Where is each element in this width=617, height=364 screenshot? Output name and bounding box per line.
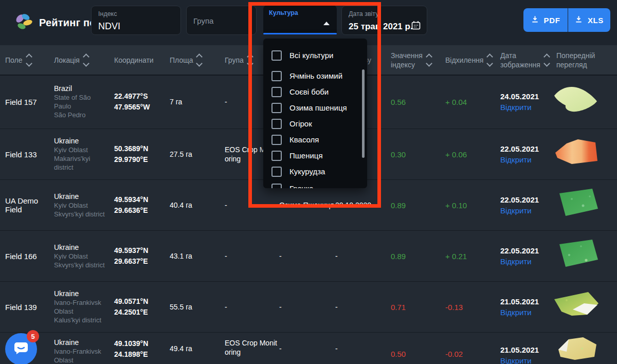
- field-group: -: [225, 251, 279, 261]
- field-coordinates: 49.5937°N29.6637°E: [114, 245, 166, 267]
- table-row: Field 166 Ukraine Kyiv Oblast Skvyrs'kyi…: [0, 230, 617, 282]
- culture-filter-select[interactable]: Культура: [263, 5, 337, 34]
- field-name: Field 166: [5, 251, 52, 260]
- dropdown-item[interactable]: Озима пшениця: [263, 100, 367, 116]
- field-group: EOS Crop Monitoring: [225, 338, 279, 357]
- dropdown-item[interactable]: Гречка: [263, 180, 367, 188]
- open-link[interactable]: Відкрити: [500, 307, 552, 318]
- collapse-arrow-icon: [323, 22, 330, 25]
- open-link[interactable]: Відкрити: [500, 102, 552, 113]
- sort-icon: [84, 54, 88, 66]
- sort-icon: [27, 54, 31, 66]
- field-group: -: [225, 201, 279, 210]
- column-header-preview: Попередній перегляд: [556, 51, 595, 69]
- field-preview-map: [551, 186, 600, 224]
- image-date: 24.05.2021: [500, 91, 552, 102]
- app-logo-icon: [14, 12, 33, 33]
- report-date-filter[interactable]: Дата звіту 25 трав 2021 р.: [341, 6, 427, 35]
- field-location: Ukraine Kyiv Oblast Skvyrs'kyi district: [54, 192, 110, 218]
- open-link[interactable]: Відкрити: [500, 355, 552, 364]
- dropdown-item[interactable]: Пшениця: [263, 148, 367, 163]
- checkbox-icon[interactable]: [271, 167, 282, 177]
- field-coordinates: 49.0571°N24.2501°E: [114, 296, 166, 318]
- field-area: 40.4 га: [170, 201, 211, 209]
- export-pdf-button[interactable]: PDF: [523, 8, 568, 32]
- deviation-value: + 0.21: [445, 251, 489, 260]
- scrollbar-thumb[interactable]: [362, 69, 365, 158]
- column-label: Координати: [114, 56, 154, 64]
- field-culture: Озима Пшениця: [279, 201, 336, 209]
- image-date-cell: 21.05.2021 Відкрити: [500, 296, 552, 318]
- checkbox-icon[interactable]: [271, 119, 282, 129]
- index-filter[interactable]: Індекс NDVI: [91, 6, 181, 35]
- dropdown-item[interactable]: Квасоля: [263, 132, 367, 148]
- checkbox-icon[interactable]: [271, 135, 282, 145]
- field-area: 49.4 га: [170, 344, 211, 353]
- checkbox-icon[interactable]: [271, 50, 282, 61]
- chat-widget-button[interactable]: 5: [5, 333, 37, 364]
- column-header-deviation[interactable]: Відхилення: [445, 54, 492, 66]
- field-culture: -: [279, 252, 336, 260]
- dropdown-item[interactable]: Соєві боби: [263, 84, 367, 100]
- report-date-value: 25 трав 2021 р.: [349, 22, 413, 32]
- focus-underline: [263, 33, 337, 34]
- field-preview-map: [551, 336, 600, 364]
- field-name: Field 157: [5, 97, 52, 106]
- column-header-field[interactable]: Поле: [5, 54, 31, 66]
- column-header-location[interactable]: Локація: [54, 54, 88, 66]
- column-header-group[interactable]: Група: [225, 54, 252, 66]
- column-header-index-value[interactable]: Значення індексу: [391, 51, 431, 69]
- column-header-area[interactable]: Площа: [170, 54, 202, 66]
- column-label: Локація: [54, 56, 80, 64]
- field-name: Field 139: [5, 302, 52, 311]
- checkbox-icon[interactable]: [271, 103, 282, 113]
- download-icon: [575, 15, 583, 25]
- column-label: Поле: [5, 56, 23, 64]
- image-date: 21.05.2021: [500, 344, 552, 355]
- dropdown-item[interactable]: Кукурудза: [263, 163, 367, 179]
- column-label: Площа: [170, 56, 193, 64]
- checkbox-icon[interactable]: [271, 87, 282, 97]
- open-link[interactable]: Відкрити: [500, 256, 552, 267]
- dropdown-item[interactable]: Огірок: [263, 116, 367, 132]
- dropdown-item-all-cultures[interactable]: Всі культури: [263, 47, 367, 63]
- image-date-cell: 22.05.2021 Відкрити: [500, 143, 552, 165]
- export-xls-button[interactable]: XLS: [568, 8, 610, 32]
- image-date-cell: 21.05.2021 Відкрити: [500, 344, 552, 364]
- sort-icon: [545, 54, 549, 66]
- column-label: Попередній перегляд: [556, 51, 595, 69]
- sort-icon: [197, 54, 202, 66]
- field-area: 43.1 га: [170, 252, 211, 260]
- image-date: 21.05.2021: [500, 296, 552, 307]
- index-filter-value: NDVI: [98, 21, 120, 32]
- field-coordinates: 49.5934°N29.6636°E: [114, 194, 166, 216]
- checkbox-icon[interactable]: [271, 151, 282, 161]
- checkbox-icon[interactable]: [271, 184, 282, 189]
- field-name: Field 133: [5, 150, 52, 158]
- field-area: 27.5 га: [170, 150, 211, 158]
- culture-dropdown-menu: Всі культури Ячмінь озимий Соєві боби Оз…: [263, 39, 367, 188]
- column-header-image-date[interactable]: Дата зображення: [500, 51, 549, 69]
- dropdown-item[interactable]: Ячмінь озимий: [263, 68, 367, 84]
- column-label: Відхилення: [445, 56, 483, 64]
- index-value: 0.89: [391, 201, 427, 209]
- group-filter[interactable]: Група: [186, 6, 257, 35]
- sort-icon: [427, 54, 431, 66]
- sort-icon: [487, 54, 492, 66]
- field-area: 7 га: [170, 98, 211, 106]
- field-culture: -: [279, 303, 336, 311]
- column-label: Дата зображення: [500, 51, 540, 69]
- image-date: 22.05.2021: [500, 194, 552, 205]
- index-filter-label: Індекс: [98, 10, 117, 17]
- field-location: Ukraine Ivano-Frankivsk Oblast Kalus'kyi…: [54, 289, 110, 324]
- open-link[interactable]: Відкрити: [500, 154, 552, 165]
- checkbox-icon[interactable]: [271, 71, 282, 81]
- culture-filter-label: Культура: [269, 9, 298, 16]
- open-link[interactable]: Відкрити: [500, 205, 552, 216]
- calendar-icon: [411, 20, 421, 32]
- deviation-value: -0.13: [445, 302, 489, 311]
- index-value: 0.30: [391, 150, 427, 158]
- export-pdf-label: PDF: [544, 16, 560, 25]
- field-group: -: [225, 302, 279, 312]
- deviation-value: -0.02: [445, 350, 489, 358]
